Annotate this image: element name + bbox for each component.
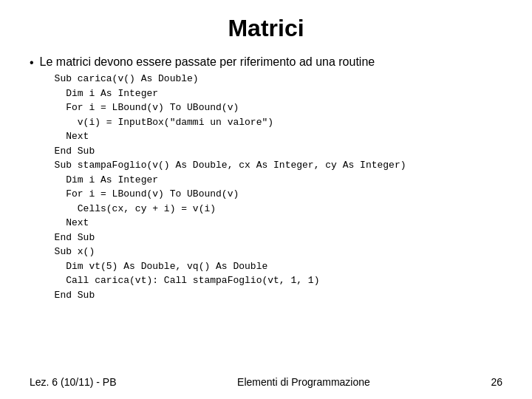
footer: Lez. 6 (10/11) - PB Elementi di Programm…	[0, 376, 532, 388]
bullet-section: • Le matrici devono essere passate per r…	[30, 55, 502, 302]
bullet-icon: •	[30, 56, 34, 69]
page-title: Matrici	[30, 15, 502, 42]
bullet-content: Le matrici devono essere passate per rif…	[40, 55, 406, 302]
page-container: Matrici • Le matrici devono essere passa…	[0, 0, 532, 399]
footer-center: Elementi di Programmazione	[237, 376, 370, 388]
footer-left: Lez. 6 (10/11) - PB	[30, 376, 117, 388]
code-block: Sub carica(v() As Double) Dim i As Integ…	[55, 72, 406, 302]
footer-right: 26	[491, 376, 502, 388]
bullet-text: Le matrici devono essere passate per rif…	[40, 55, 375, 68]
